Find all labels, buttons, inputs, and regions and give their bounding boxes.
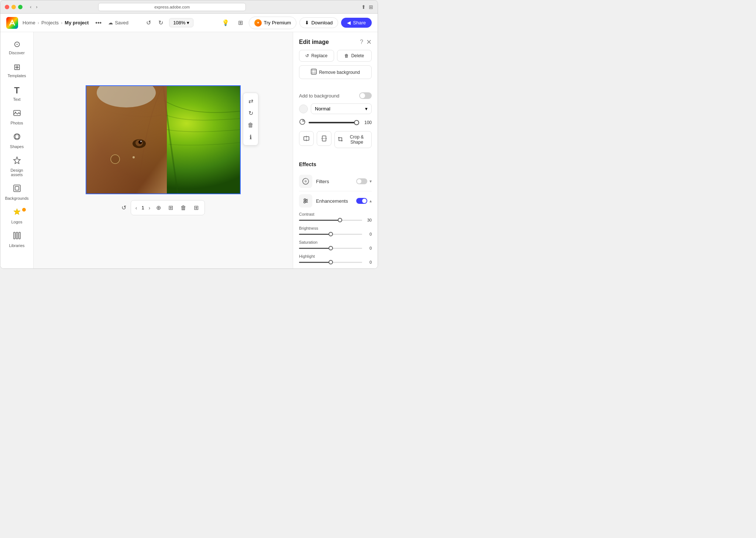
grid-button[interactable]: ⊞ — [235, 18, 246, 28]
replace-label: Replace — [311, 53, 327, 58]
saturation-slider[interactable]: 0 — [299, 246, 372, 250]
opacity-slider[interactable] — [309, 122, 358, 123]
back-button[interactable]: ‹ — [28, 3, 33, 10]
more-options-button[interactable]: ••• — [93, 19, 104, 27]
flip-button[interactable]: ⇄ — [245, 95, 256, 107]
download-button[interactable]: ⬇ Download — [299, 17, 338, 28]
sidebar-item-templates[interactable]: ⊞ Templates — [2, 59, 32, 81]
close-panel-icon[interactable]: ✕ — [366, 38, 372, 46]
svg-point-25 — [305, 180, 307, 182]
sidebar-label-logos: Logos — [11, 220, 23, 224]
flip-v-button[interactable] — [317, 131, 331, 146]
premium-icon: ✦ — [254, 19, 262, 27]
sidebar-item-design-assets[interactable]: Design assets — [2, 153, 32, 180]
sidebar-item-logos[interactable]: Logos — [2, 205, 32, 227]
replace-delete-row: ↺ Replace 🗑 Delete — [299, 50, 372, 62]
sidebar-item-discover[interactable]: ⊙ Discover — [2, 37, 32, 58]
breadcrumb-current[interactable]: My project — [65, 20, 89, 25]
opacity-track — [309, 122, 358, 123]
filters-chevron-icon[interactable]: ▾ — [370, 179, 372, 184]
brightness-fill — [299, 234, 331, 235]
app-logo[interactable] — [6, 17, 18, 29]
svg-point-14 — [138, 140, 142, 144]
help-icon[interactable]: ? — [360, 39, 363, 45]
rotate-button[interactable]: ↻ — [245, 107, 256, 119]
forward-button[interactable]: › — [34, 3, 39, 10]
grid-view-button[interactable]: ⊞ — [192, 203, 200, 213]
effects-title: Effects — [299, 161, 372, 167]
redo-button[interactable]: ↻ — [155, 18, 166, 28]
enhancements-toggle[interactable] — [356, 198, 367, 204]
close-traffic-light[interactable] — [5, 5, 9, 9]
enhancements-label: Enhancements — [316, 198, 356, 204]
sidebar-item-photos[interactable]: Photos — [2, 106, 32, 128]
delete-canvas-button[interactable]: 🗑 — [245, 120, 256, 131]
sidebar-item-libraries[interactable]: Libraries — [2, 229, 32, 251]
contrast-value: 30 — [364, 218, 372, 222]
contrast-label-row: Contrast — [299, 212, 372, 216]
browser-tabs-icon[interactable]: ⊞ — [369, 4, 373, 10]
zoom-control[interactable]: 108% ▾ — [169, 18, 193, 27]
svg-point-16 — [133, 156, 135, 158]
brightness-row: Brightness 0 — [299, 226, 372, 236]
enhancements-row: Enhancements ▴ — [299, 191, 372, 210]
canvas-image[interactable] — [86, 85, 241, 194]
brightness-slider[interactable]: 0 — [299, 232, 372, 236]
sidebar-item-text[interactable]: T Text — [2, 82, 32, 104]
delete-page-button[interactable]: 🗑 — [179, 203, 188, 213]
sidebar-item-shapes[interactable]: Shapes — [2, 130, 32, 152]
saturation-row: Saturation 0 — [299, 240, 372, 250]
flip-h-button[interactable] — [299, 131, 314, 146]
contrast-label: Contrast — [299, 212, 315, 216]
browser-actions: ⬆ ⊞ — [361, 4, 373, 10]
enhancements-chevron-icon[interactable]: ▴ — [370, 198, 372, 203]
toolbar-right: 💡 ⊞ ✦ Try Premium ⬇ Download ◀ Share — [219, 17, 372, 29]
panel-header-icons: ? ✕ — [360, 38, 372, 46]
filters-row: Filters ▾ — [299, 172, 372, 191]
svg-rect-6 — [14, 232, 15, 239]
sidebar-item-backgrounds[interactable]: Backgrounds — [2, 181, 32, 203]
info-button[interactable]: ℹ — [245, 131, 256, 143]
contrast-track — [299, 220, 362, 221]
add-page-button[interactable]: ⊕ — [155, 203, 162, 213]
rotate-canvas-icon[interactable]: ↺ — [121, 204, 126, 211]
share-button[interactable]: ◀ Share — [341, 18, 372, 28]
blend-mode-row: Normal ▾ — [299, 103, 372, 114]
browser-share-icon[interactable]: ⬆ — [361, 4, 366, 10]
svg-rect-4 — [14, 185, 20, 192]
prev-page-button[interactable]: ‹ — [135, 205, 137, 211]
effects-section: Effects Filters ▾ — [293, 161, 378, 268]
cloud-icon: ☁ — [108, 20, 113, 25]
page-number: 1 — [141, 205, 144, 210]
saturation-fill — [299, 248, 331, 249]
highlight-slider[interactable]: 0 — [299, 260, 372, 264]
breadcrumb-home[interactable]: Home — [23, 20, 35, 25]
contrast-slider[interactable]: 30 — [299, 218, 372, 222]
svg-rect-8 — [19, 232, 20, 239]
saturation-value: 0 — [364, 246, 372, 250]
remove-background-button[interactable]: Remove background — [299, 65, 372, 79]
remove-bg-label: Remove background — [319, 70, 360, 75]
blend-mode-select[interactable]: Normal ▾ — [311, 103, 372, 114]
enhancements-controls: ▴ — [356, 198, 372, 204]
filters-label: Filters — [316, 179, 356, 184]
maximize-traffic-light[interactable] — [18, 5, 23, 9]
filters-toggle[interactable] — [356, 178, 367, 184]
backgrounds-icon — [13, 184, 21, 195]
minimize-traffic-light[interactable] — [11, 5, 16, 9]
add-to-bg-toggle[interactable] — [359, 92, 372, 99]
undo-button[interactable]: ↺ — [143, 18, 154, 28]
duplicate-page-button[interactable]: ⊞ — [167, 203, 175, 213]
breadcrumb-projects[interactable]: Projects — [41, 20, 59, 25]
next-page-button[interactable]: › — [149, 205, 151, 211]
delete-button[interactable]: 🗑 Delete — [337, 50, 372, 62]
remove-bg-icon — [311, 69, 317, 76]
crop-shape-button[interactable]: Crop & Shape — [334, 131, 372, 148]
replace-icon: ↺ — [305, 53, 309, 58]
lightbulb-button[interactable]: 💡 — [219, 18, 232, 28]
brightness-track — [299, 234, 362, 235]
address-bar[interactable]: express.adobe.com — [98, 3, 246, 11]
svg-point-17 — [111, 155, 120, 164]
replace-button[interactable]: ↺ Replace — [299, 50, 334, 62]
try-premium-button[interactable]: ✦ Try Premium — [249, 17, 297, 29]
